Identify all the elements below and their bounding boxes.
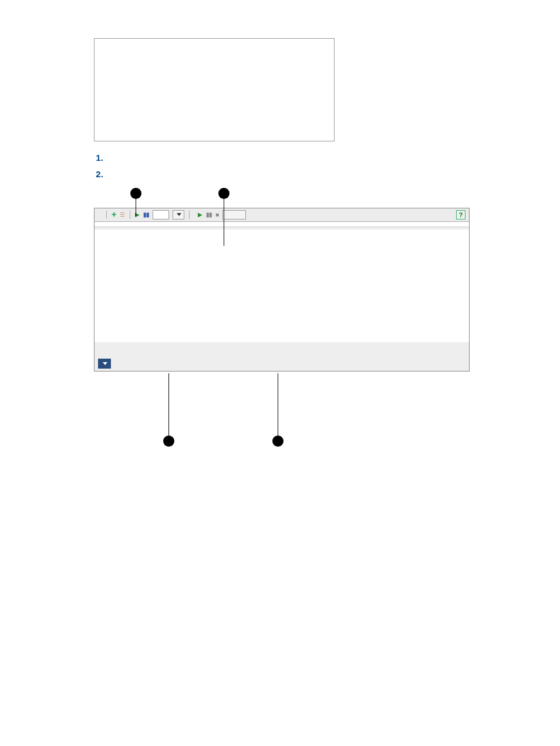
- steps-list: [106, 152, 519, 181]
- callout-3: [94, 423, 306, 437]
- export-pause-button[interactable]: ▮▮: [206, 211, 212, 219]
- perfmon-toolbar: ✚ ☰ ▶ ▮▮ ▶ ▮▮ ■ ?: [95, 208, 469, 222]
- callout-1: [94, 404, 306, 419]
- callout-marker-3: [163, 436, 174, 447]
- step-1: [106, 152, 519, 164]
- step-2: [106, 168, 519, 180]
- add-icon[interactable]: ✚: [112, 211, 116, 219]
- export-play-button[interactable]: ▶: [198, 211, 203, 219]
- fig102-chart-canvas: [116, 229, 464, 329]
- export-na-field[interactable]: [222, 210, 246, 220]
- callout-marker-1: [130, 188, 141, 199]
- fig102-timezone-label: [95, 329, 469, 342]
- performance-monitor-window: ✚ ☰ ▶ ▮▮ ▶ ▮▮ ■ ?: [94, 208, 470, 372]
- export-stop-button[interactable]: ■: [215, 211, 219, 219]
- figure-102: ✚ ☰ ▶ ▮▮ ▶ ▮▮ ■ ?: [94, 188, 519, 401]
- list-icon[interactable]: ☰: [120, 211, 125, 219]
- callout-marker-2: [218, 188, 230, 199]
- callout-legend: [94, 404, 519, 437]
- figure-101: [94, 38, 519, 141]
- fig101-timezone-label: [95, 129, 334, 140]
- pause-button[interactable]: ▮▮: [143, 211, 149, 219]
- fig101-chart-canvas: [111, 41, 330, 129]
- callout-4: [306, 423, 519, 437]
- callout-2: [306, 404, 519, 419]
- interval-spinner[interactable]: [153, 210, 169, 220]
- interval-unit-dropdown[interactable]: [173, 210, 184, 220]
- fig102-chart-title: [95, 222, 469, 227]
- help-icon[interactable]: ?: [456, 210, 465, 220]
- callout-marker-4: [272, 436, 284, 447]
- perfmon-tasks-button[interactable]: [98, 359, 111, 369]
